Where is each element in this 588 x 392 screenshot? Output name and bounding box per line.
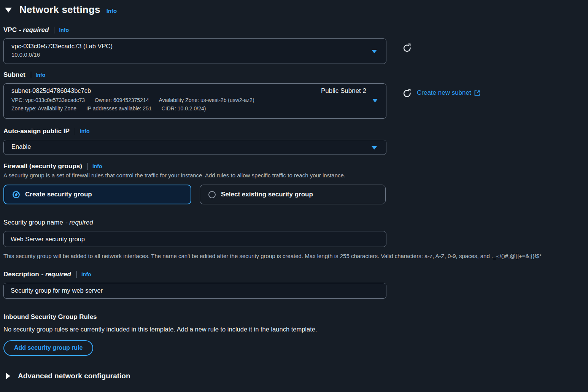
- select-existing-security-group-option[interactable]: Select existing security group: [200, 185, 386, 204]
- vpc-label: VPC: [3, 26, 17, 34]
- subnet-select[interactable]: subnet-0825d4786043bc7cb Public Subnet 2…: [3, 83, 386, 119]
- create-security-group-label: Create security group: [25, 191, 92, 198]
- inbound-rules-empty-text: No security group rules are currently in…: [3, 326, 585, 333]
- collapse-triangle-icon[interactable]: [5, 8, 12, 13]
- auto-assign-ip-select[interactable]: Enable: [3, 140, 386, 155]
- refresh-icon: [402, 88, 412, 97]
- sg-name-label-row: Security group name - required: [3, 219, 585, 226]
- network-settings-panel: Network settings Info VPC - required Inf…: [0, 0, 588, 380]
- firewall-info-link[interactable]: Info: [92, 163, 102, 169]
- divider: [75, 128, 75, 135]
- subnet-detail-owner: Owner: 609452375214: [95, 97, 149, 103]
- divider: [87, 163, 88, 170]
- vpc-side-actions: [402, 43, 412, 52]
- auto-assign-ip-label-row: Auto-assign public IP Info: [3, 127, 585, 135]
- vpc-field-row: vpc-033c0e5733ecadc73 (Lab VPC) 10.0.0.0…: [3, 38, 585, 71]
- auto-assign-ip-info-link[interactable]: Info: [80, 128, 90, 134]
- security-group-mode-options: Create security group Select existing se…: [3, 185, 585, 204]
- subnet-name: Public Subnet 2: [321, 87, 366, 95]
- create-new-subnet-label: Create new subnet: [417, 89, 471, 97]
- subnet-details-line1: VPC: vpc-033c0e5733ecadc73 Owner: 609452…: [11, 97, 371, 103]
- sg-name-input[interactable]: [3, 231, 386, 247]
- vpc-selected-cidr: 10.0.0.0/16: [11, 51, 371, 58]
- description-input[interactable]: [3, 283, 386, 299]
- description-label: Description: [3, 271, 39, 278]
- divider: [31, 72, 31, 78]
- firewall-label-row: Firewall (security groups) Info: [3, 163, 585, 170]
- create-security-group-option[interactable]: Create security group: [3, 185, 191, 204]
- external-link-icon: [474, 90, 480, 96]
- sg-name-constraint-text: This security group will be added to all…: [3, 252, 585, 261]
- auto-assign-ip-label: Auto-assign public IP: [3, 127, 70, 135]
- firewall-description: A security group is a set of firewall ru…: [3, 172, 585, 178]
- sg-name-required-flag: - required: [65, 219, 93, 226]
- section-title: Network settings: [19, 4, 100, 16]
- refresh-icon: [402, 43, 412, 52]
- vpc-label-row: VPC - required Info: [3, 26, 585, 34]
- subnet-detail-zone-type: Zone type: Availability Zone: [11, 105, 76, 112]
- vpc-select[interactable]: vpc-033c0e5733ecadc73 (Lab VPC) 10.0.0.0…: [3, 38, 386, 64]
- section-info-link[interactable]: Info: [106, 8, 117, 14]
- vpc-selected-value: vpc-033c0e5733ecadc73 (Lab VPC): [11, 43, 371, 50]
- expand-triangle-icon: [6, 373, 10, 379]
- subnet-detail-vpc: VPC: vpc-033c0e5733ecadc73: [11, 97, 85, 103]
- chevron-down-icon: [372, 146, 377, 150]
- subnet-field-row: subnet-0825d4786043bc7cb Public Subnet 2…: [3, 83, 585, 127]
- subnet-detail-az: Availability Zone: us-west-2b (usw2-az2): [159, 97, 254, 103]
- vpc-info-link[interactable]: Info: [59, 27, 69, 33]
- vpc-refresh-button[interactable]: [402, 43, 412, 52]
- vpc-required-flag: - required: [19, 26, 49, 34]
- description-label-row: Description - required Info: [3, 271, 585, 278]
- subnet-info-link[interactable]: Info: [36, 72, 46, 78]
- divider: [76, 271, 77, 278]
- divider: [54, 27, 54, 33]
- subnet-label: Subnet: [3, 71, 25, 79]
- subnet-side-actions: Create new subnet: [402, 88, 480, 97]
- advanced-network-configuration-expander[interactable]: Advanced network configuration: [3, 372, 585, 380]
- auto-assign-ip-value: Enable: [11, 143, 371, 150]
- advanced-network-configuration-title: Advanced network configuration: [18, 372, 130, 380]
- subnet-refresh-button[interactable]: [402, 88, 412, 97]
- create-new-subnet-link[interactable]: Create new subnet: [417, 89, 480, 97]
- add-security-group-rule-button[interactable]: Add security group rule: [3, 340, 93, 356]
- subnet-label-row: Subnet Info: [3, 71, 585, 79]
- subnet-detail-ip-available: IP addresses available: 251: [86, 105, 152, 112]
- description-info-link[interactable]: Info: [81, 271, 91, 277]
- subnet-id: subnet-0825d4786043bc7cb: [11, 87, 91, 95]
- description-required-flag: - required: [41, 271, 71, 278]
- section-header: Network settings Info: [3, 4, 585, 16]
- sg-name-label: Security group name: [3, 219, 63, 226]
- chevron-down-icon: [372, 50, 377, 53]
- radio-selected-icon: [13, 191, 20, 198]
- inbound-rules-title: Inbound Security Group Rules: [3, 313, 585, 321]
- radio-unselected-icon: [208, 191, 216, 198]
- firewall-label: Firewall (security groups): [3, 163, 82, 170]
- select-existing-security-group-label: Select existing security group: [221, 191, 313, 198]
- subnet-details-line2: Zone type: Availability Zone IP addresse…: [11, 105, 371, 112]
- subnet-detail-cidr: CIDR: 10.0.2.0/24): [162, 105, 206, 112]
- chevron-down-icon: [372, 99, 378, 102]
